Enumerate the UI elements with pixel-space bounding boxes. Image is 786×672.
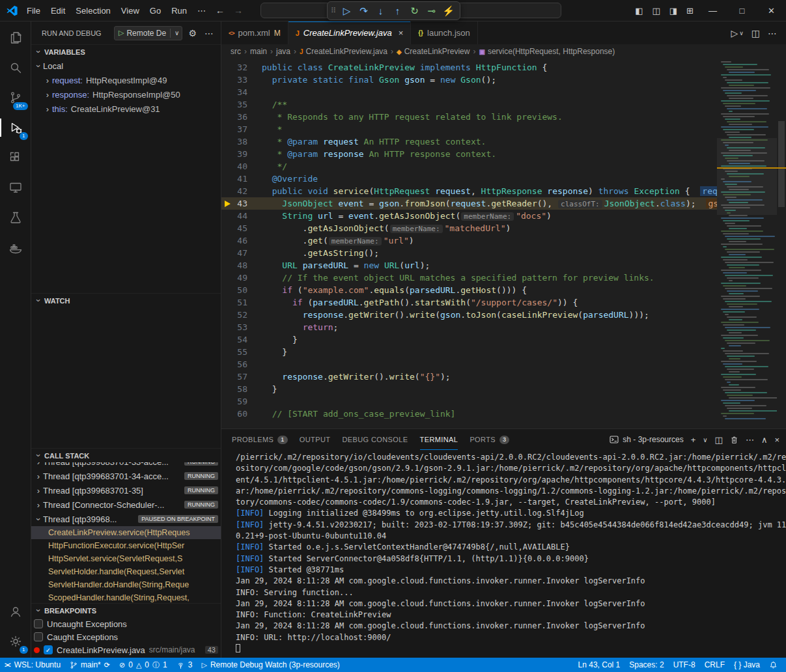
code-area[interactable]: 32public class CreateLinkPreview impleme… <box>221 59 717 428</box>
toggle-primary-sidebar-icon[interactable]: ◧ <box>630 6 647 16</box>
split-editor-icon[interactable]: ◫ <box>751 28 760 38</box>
breadcrumb-item[interactable]: java <box>276 47 290 56</box>
code-line[interactable]: 33 private static final Gson gson = new … <box>221 74 717 86</box>
customize-layout-icon[interactable]: ⊞ <box>682 6 698 16</box>
close-button[interactable]: ✕ <box>757 0 786 21</box>
editor-gutter[interactable]: 38 <box>221 135 262 148</box>
call-stack-thread[interactable]: ›Thread [qtp39968...PAUSED ON BREAKPOINT <box>31 512 221 526</box>
activity-item-docker[interactable] <box>0 232 31 262</box>
editor-gutter[interactable]: 35 <box>221 98 262 111</box>
code-line[interactable]: 55 } <box>221 346 717 358</box>
code-line[interactable]: 56 <box>221 358 717 371</box>
branch-indicator[interactable]: main* ⟳ <box>65 658 115 672</box>
restart-button[interactable]: ↻ <box>406 2 423 20</box>
panel-tab-problems[interactable]: PROBLEMS1 <box>232 429 288 450</box>
code-line[interactable]: 54 } <box>221 333 717 346</box>
editor-gutter[interactable]: 34 <box>221 86 262 98</box>
breadcrumb-item[interactable]: ◈CreateLinkPreview <box>397 47 470 56</box>
editor-gutter[interactable]: 44 <box>221 210 262 222</box>
panel-tab-output[interactable]: OUTPUT <box>300 429 331 450</box>
code-line[interactable]: 58 } <box>221 383 717 395</box>
sidebar-more-actions-icon[interactable]: ⋯ <box>203 28 216 38</box>
activity-item-testing[interactable] <box>0 203 31 232</box>
minimap[interactable] <box>717 59 777 428</box>
run-java-button[interactable]: ▷ ∨ <box>731 28 743 38</box>
code-line[interactable]: 40 */ <box>221 160 717 173</box>
menu-edit[interactable]: Edit <box>46 6 70 16</box>
panel-more-actions-icon[interactable]: ⋯ <box>746 435 754 445</box>
breadcrumb-item[interactable]: ▣service(HttpRequest, HttpResponse) <box>479 47 615 56</box>
editor-gutter[interactable]: 59 <box>221 395 262 408</box>
terminal-profile-select[interactable]: sh - 3p-resources <box>610 435 683 444</box>
breadcrumb-item[interactable]: JCreateLinkPreview.java <box>300 47 387 56</box>
code-line[interactable]: 59 <box>221 395 717 408</box>
activity-item-run-and-debug[interactable]: 1 <box>0 113 31 143</box>
code-line[interactable]: 47 .getAsString(); <box>221 247 717 259</box>
panel-tab-ports[interactable]: PORTS3 <box>470 429 509 450</box>
editor-gutter[interactable]: 40 <box>221 160 262 173</box>
editor-tab[interactable]: <>pom.xmlM <box>221 21 288 44</box>
editor-gutter[interactable]: 51 <box>221 296 262 309</box>
code-line[interactable]: 53 return; <box>221 321 717 333</box>
remote-indicator[interactable]: >< WSL: Ubuntu <box>0 658 65 672</box>
code-line[interactable]: 60 // [START add_ons_case_preview_link] <box>221 408 717 420</box>
editor-gutter[interactable]: 41 <box>221 173 262 185</box>
menu-view[interactable]: View <box>116 6 145 16</box>
call-stack-section-header[interactable]: › CALL STACK <box>31 448 221 462</box>
menu-go[interactable]: Go <box>145 6 166 16</box>
launch-config-dropdown[interactable]: ▷ Remote De ∨ <box>114 26 183 40</box>
activity-item-extensions[interactable] <box>0 143 31 173</box>
code-line[interactable]: 44 String url = event.getAsJsonObject(me… <box>221 210 717 222</box>
call-stack-thread[interactable]: ›Thread [Connector-Scheduler-...RUNNING <box>31 497 221 512</box>
variable-item[interactable]: ›this:CreateLinkPreview@31 <box>31 102 221 116</box>
step-out-button[interactable]: ↑ <box>389 2 406 20</box>
step-into-button[interactable]: ↓ <box>372 2 389 20</box>
ports-indicator[interactable]: 3 <box>172 658 197 672</box>
activity-item-manage[interactable]: 1 <box>0 626 31 656</box>
terminal-dropdown-chevron-icon[interactable]: ∨ <box>703 436 707 443</box>
status-indentation[interactable]: Spaces: 2 <box>625 658 668 672</box>
call-stack-frame[interactable]: ServletHandler.doHandle(String,Reque <box>31 578 221 591</box>
code-line[interactable]: 57 response.getWriter().write("{}"); <box>221 371 717 383</box>
terminal-output[interactable]: /pierrick/.m2/repository/io/cloudevents/… <box>221 450 786 658</box>
close-panel-icon[interactable]: × <box>774 435 779 445</box>
panel-tab-terminal[interactable]: TERMINAL <box>420 429 458 450</box>
editor-gutter[interactable]: 52 <box>221 309 262 321</box>
editor-gutter[interactable]: 54 <box>221 333 262 346</box>
editor-gutter[interactable]: 58 <box>221 383 262 395</box>
call-stack-thread[interactable]: ›Thread [qtp399683701-35]RUNNING <box>31 483 221 497</box>
breakpoints-section-header[interactable]: › BREAKPOINTS <box>31 603 221 617</box>
menu-run[interactable]: Run <box>166 6 192 16</box>
editor-gutter[interactable]: 43 <box>221 197 262 210</box>
editor-scrollbar[interactable] <box>777 59 786 428</box>
notifications-bell[interactable] <box>765 658 782 672</box>
call-stack-frame[interactable]: ScopedHandler.handle(String,Request, <box>31 591 221 603</box>
code-line[interactable]: 36 * Responds to any HTTP request relate… <box>221 111 717 123</box>
variable-item[interactable]: ›response:HttpResponseImpl@50 <box>31 87 221 102</box>
code-line[interactable]: 34 <box>221 86 717 98</box>
maximize-panel-icon[interactable]: ∧ <box>761 435 768 445</box>
nav-back-button[interactable]: ← <box>211 5 229 16</box>
code-line[interactable]: 37 * <box>221 123 717 135</box>
breakpoint-item[interactable]: ✓CreateLinkPreview.javasrc/main/java43 <box>31 643 221 656</box>
breakpoint-checkbox[interactable] <box>34 632 43 641</box>
call-stack-frame[interactable]: HttpServlet.service(ServletRequest,S <box>31 552 221 565</box>
kill-terminal-icon[interactable] <box>730 436 738 444</box>
editor-more-actions-icon[interactable]: ⋯ <box>768 28 777 38</box>
editor-gutter[interactable]: 55 <box>221 346 262 358</box>
step-over-button[interactable]: ↷ <box>356 2 372 20</box>
code-line[interactable]: 51 if (parsedURL.getPath().startsWith("/… <box>221 296 717 309</box>
split-terminal-icon[interactable]: ◫ <box>715 435 723 445</box>
code-line[interactable]: 50 if ("example.com".equals(parsedURL.ge… <box>221 284 717 296</box>
activity-item-explorer[interactable] <box>0 23 31 53</box>
status-encoding[interactable]: UTF-8 <box>669 658 700 672</box>
editor-gutter[interactable]: 48 <box>221 259 262 272</box>
menu-more[interactable]: ⋯ <box>192 6 211 16</box>
editor-gutter[interactable]: 36 <box>221 111 262 123</box>
variables-scope-local[interactable]: › Local <box>31 59 221 73</box>
hot-code-replace-button[interactable]: ⚡ <box>440 2 456 20</box>
editor-gutter[interactable]: 45 <box>221 222 262 234</box>
minimize-button[interactable]: — <box>698 0 727 21</box>
status-language-mode[interactable]: { } Java <box>729 658 765 672</box>
continue-button[interactable]: ▷ <box>339 2 355 20</box>
